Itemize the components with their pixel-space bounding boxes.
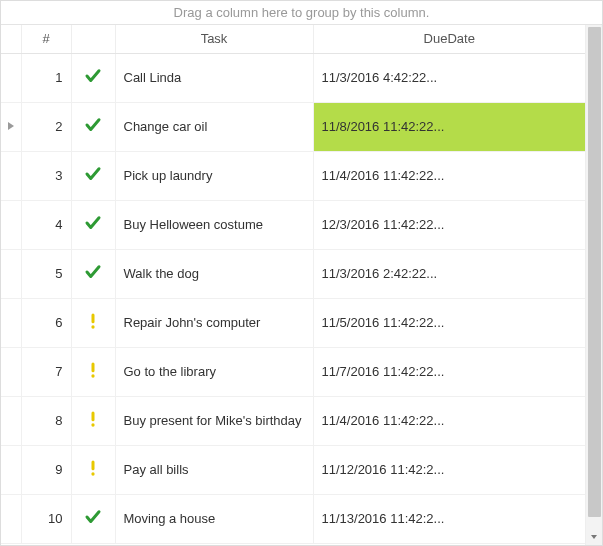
cell-duedate[interactable]: 11/8/2016 11:42:22...	[313, 102, 585, 151]
cell-number[interactable]: 2	[21, 102, 71, 151]
table-row[interactable]: 9Pay all bills11/12/2016 11:42:2...	[1, 445, 585, 494]
table-row[interactable]: 4Buy Helloween costume12/3/2016 11:42:22…	[1, 200, 585, 249]
cell-duedate[interactable]: 11/13/2016 11:42:2...	[313, 494, 585, 543]
cell-duedate[interactable]: 11/7/2016 11:42:22...	[313, 347, 585, 396]
row-indicator	[1, 494, 21, 543]
scrollbar-thumb[interactable]	[588, 27, 601, 517]
cell-number[interactable]: 8	[21, 396, 71, 445]
cell-duedate[interactable]: 11/3/2016 4:42:22...	[313, 53, 585, 102]
svg-point-5	[91, 423, 94, 426]
table-row[interactable]: 3Pick up laundry11/4/2016 11:42:22...	[1, 151, 585, 200]
svg-point-7	[91, 472, 94, 475]
row-indicator	[1, 200, 21, 249]
cell-task[interactable]: Moving a house	[115, 494, 313, 543]
svg-point-1	[91, 325, 94, 328]
row-indicator	[1, 53, 21, 102]
cell-task[interactable]: Buy Helloween costume	[115, 200, 313, 249]
cell-duedate[interactable]: 12/3/2016 11:42:22...	[313, 200, 585, 249]
status-done-icon	[71, 53, 115, 102]
cell-task[interactable]: Go to the library	[115, 347, 313, 396]
status-alert-icon	[71, 298, 115, 347]
status-alert-icon	[71, 396, 115, 445]
cell-duedate[interactable]: 11/5/2016 11:42:22...	[313, 298, 585, 347]
cell-number[interactable]: 6	[21, 298, 71, 347]
row-indicator	[1, 151, 21, 200]
cell-number[interactable]: 10	[21, 494, 71, 543]
svg-rect-0	[92, 314, 95, 324]
row-indicator	[1, 249, 21, 298]
table-row[interactable]: 5Walk the dog11/3/2016 2:42:22...	[1, 249, 585, 298]
status-done-icon	[71, 102, 115, 151]
cell-number[interactable]: 1	[21, 53, 71, 102]
table-row[interactable]: 8Buy present for Mike's birthday11/4/201…	[1, 396, 585, 445]
cell-duedate[interactable]: 11/4/2016 11:42:22...	[313, 396, 585, 445]
table-row[interactable]: 1Call Linda11/3/2016 4:42:22...	[1, 53, 585, 102]
header-row: # Task DueDate	[1, 25, 585, 53]
svg-point-3	[91, 374, 94, 377]
table-row[interactable]: 2Change car oil11/8/2016 11:42:22...	[1, 102, 585, 151]
cell-task[interactable]: Repair John's computer	[115, 298, 313, 347]
cell-number[interactable]: 7	[21, 347, 71, 396]
row-indicator	[1, 396, 21, 445]
table-row[interactable]: 6Repair John's computer11/5/2016 11:42:2…	[1, 298, 585, 347]
table-row[interactable]: 7Go to the library11/7/2016 11:42:22...	[1, 347, 585, 396]
column-header-icon[interactable]	[71, 25, 115, 53]
row-indicator	[1, 298, 21, 347]
cell-number[interactable]: 4	[21, 200, 71, 249]
cell-duedate[interactable]: 11/12/2016 11:42:2...	[313, 445, 585, 494]
row-indicator	[1, 445, 21, 494]
cell-task[interactable]: Change car oil	[115, 102, 313, 151]
column-header-indicator[interactable]	[1, 25, 21, 53]
table-row[interactable]: 10Moving a house11/13/2016 11:42:2...	[1, 494, 585, 543]
cell-task[interactable]: Call Linda	[115, 53, 313, 102]
grid-table-area: # Task DueDate 1Call Linda11/3/2016 4:42…	[1, 25, 585, 545]
svg-rect-2	[92, 363, 95, 373]
cell-task[interactable]: Buy present for Mike's birthday	[115, 396, 313, 445]
svg-rect-4	[92, 412, 95, 422]
status-alert-icon	[71, 347, 115, 396]
row-indicator	[1, 347, 21, 396]
grid: Drag a column here to group by this colu…	[0, 0, 603, 546]
status-done-icon	[71, 200, 115, 249]
group-panel[interactable]: Drag a column here to group by this colu…	[1, 1, 602, 25]
cell-task[interactable]: Pay all bills	[115, 445, 313, 494]
status-done-icon	[71, 249, 115, 298]
status-done-icon	[71, 494, 115, 543]
cell-duedate[interactable]: 11/3/2016 2:42:22...	[313, 249, 585, 298]
cell-number[interactable]: 9	[21, 445, 71, 494]
cell-duedate[interactable]: 11/4/2016 11:42:22...	[313, 151, 585, 200]
status-alert-icon	[71, 445, 115, 494]
column-header-task[interactable]: Task	[115, 25, 313, 53]
cell-task[interactable]: Walk the dog	[115, 249, 313, 298]
grid-body: # Task DueDate 1Call Linda11/3/2016 4:42…	[1, 25, 602, 545]
vertical-scrollbar[interactable]	[585, 25, 602, 545]
row-indicator	[1, 102, 21, 151]
status-done-icon	[71, 151, 115, 200]
column-header-number[interactable]: #	[21, 25, 71, 53]
svg-rect-6	[92, 461, 95, 471]
scrollbar-down-button[interactable]	[586, 528, 602, 545]
cell-task[interactable]: Pick up laundry	[115, 151, 313, 200]
cell-number[interactable]: 5	[21, 249, 71, 298]
column-header-duedate[interactable]: DueDate	[313, 25, 585, 53]
grid-table: # Task DueDate 1Call Linda11/3/2016 4:42…	[1, 25, 585, 544]
cell-number[interactable]: 3	[21, 151, 71, 200]
